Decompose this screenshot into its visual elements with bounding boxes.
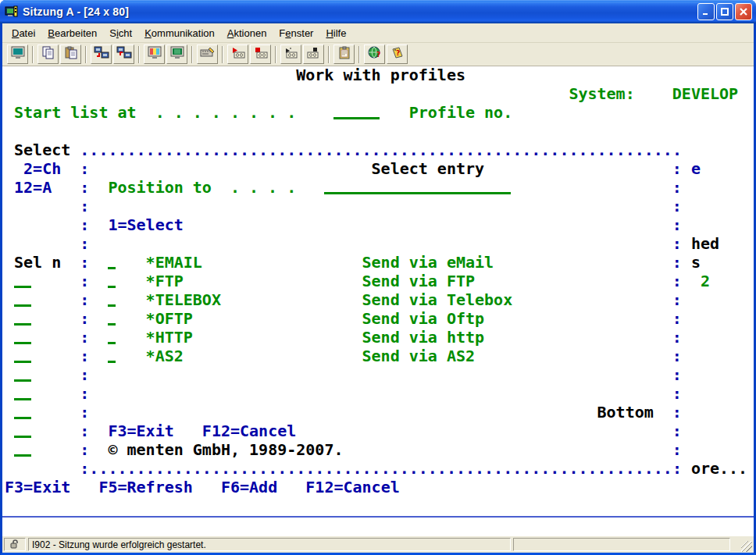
terminal-text: s bbox=[691, 254, 701, 272]
terminal-row: Work with profiles bbox=[2, 66, 754, 85]
menu-item-fenster[interactable]: Fenster bbox=[273, 25, 319, 41]
terminal-text: Send via FTP bbox=[362, 272, 476, 291]
terminal-text: Work with profiles bbox=[296, 66, 465, 85]
minimize-button[interactable] bbox=[697, 3, 715, 20]
display-setup-icon bbox=[169, 46, 185, 62]
terminal-text: Start list at bbox=[14, 104, 137, 123]
terminal-input-field[interactable] bbox=[108, 342, 116, 344]
resize-grip[interactable] bbox=[741, 541, 752, 552]
receive-file-button[interactable] bbox=[113, 44, 134, 64]
terminal-row: :*HTTPSend via http: bbox=[2, 329, 754, 347]
quit-macro-button[interactable] bbox=[303, 44, 324, 64]
send-file-button[interactable] bbox=[91, 44, 112, 64]
terminal-input-field[interactable] bbox=[108, 361, 116, 363]
terminal-input-field[interactable] bbox=[14, 379, 31, 382]
terminal-input-field[interactable] bbox=[324, 192, 511, 194]
blank-screen-button[interactable] bbox=[7, 44, 28, 64]
play-macro-button[interactable] bbox=[280, 44, 301, 64]
help-button[interactable]: ? bbox=[387, 44, 408, 64]
copy-button[interactable] bbox=[37, 44, 59, 64]
terminal-input-field[interactable] bbox=[333, 117, 379, 119]
keyboard-setup-icon bbox=[200, 46, 216, 62]
terminal-text: Select entry bbox=[372, 160, 485, 179]
terminal-text: : bbox=[80, 197, 89, 216]
terminal-input-field[interactable] bbox=[14, 417, 31, 419]
terminal-row: :*OFTPSend via Oftp: bbox=[2, 310, 754, 329]
terminal-row: :© menten GmbH, 1989-2007.: bbox=[2, 441, 754, 460]
menu-item-datei[interactable]: Datei bbox=[5, 25, 41, 41]
terminal-text: : bbox=[672, 179, 682, 197]
paste-icon bbox=[63, 46, 79, 62]
terminal-text: ore... bbox=[691, 460, 747, 479]
terminal-text: : bbox=[672, 272, 682, 291]
terminal-row: :1=Select: bbox=[2, 216, 754, 235]
terminal-input-field[interactable] bbox=[14, 454, 31, 457]
terminal-text: : bbox=[672, 347, 682, 366]
keyboard-setup-button[interactable] bbox=[197, 44, 218, 64]
terminal-input-field[interactable] bbox=[108, 286, 116, 288]
terminal-row: F3=Exit F5=Refresh F6=Add F12=Cancel bbox=[2, 479, 754, 497]
menu-item-bearbeiten[interactable]: Bearbeiten bbox=[41, 25, 103, 41]
menu-item-aktionen[interactable]: Aktionen bbox=[221, 25, 273, 41]
blank-screen-icon bbox=[10, 46, 26, 62]
menu-item-kommunikation[interactable]: Kommunikation bbox=[138, 25, 221, 41]
internet-button[interactable]: ? bbox=[364, 44, 385, 64]
maximize-button[interactable] bbox=[716, 3, 733, 20]
toolbar-separator bbox=[85, 46, 87, 63]
record-macro-button[interactable] bbox=[227, 44, 248, 64]
terminal-input-field[interactable] bbox=[14, 398, 31, 400]
terminal-row: :*FTPSend via FTP:2 bbox=[2, 272, 754, 291]
terminal-input-field[interactable] bbox=[14, 286, 31, 288]
paste-button[interactable] bbox=[60, 44, 81, 64]
svg-text:?: ? bbox=[376, 51, 380, 59]
terminal-text: : bbox=[672, 235, 682, 254]
terminal-input-field[interactable] bbox=[108, 267, 116, 269]
terminal-text: : bbox=[672, 441, 682, 460]
terminal-text: : bbox=[80, 441, 89, 460]
terminal-input-field[interactable] bbox=[14, 436, 31, 438]
stop-record-button[interactable] bbox=[250, 44, 271, 64]
svg-text:?: ? bbox=[396, 49, 400, 57]
terminal-text: F3=Exit F12=Cancel bbox=[108, 422, 296, 441]
terminal-input-field[interactable] bbox=[108, 323, 116, 326]
display-setup-button[interactable] bbox=[166, 44, 187, 64]
terminal-row: 12=A:Position to. . . .: bbox=[2, 179, 754, 197]
terminal-input-field[interactable] bbox=[14, 323, 31, 326]
clipboard-icon bbox=[337, 46, 352, 62]
terminal-input-field[interactable] bbox=[14, 304, 31, 307]
terminal-text: © menten GmbH, 1989-2007. bbox=[108, 441, 343, 460]
terminal-text: : bbox=[672, 216, 682, 235]
terminal-input-field[interactable] bbox=[14, 361, 31, 363]
terminal-text: : bbox=[80, 291, 89, 310]
terminal-text: 1=Select bbox=[108, 216, 183, 235]
terminal-text: : bbox=[80, 422, 89, 441]
display-colors-button[interactable] bbox=[144, 44, 165, 64]
terminal-text: : bbox=[672, 329, 682, 347]
clipboard-button[interactable] bbox=[333, 44, 355, 64]
terminal-input-field[interactable] bbox=[108, 304, 116, 307]
terminal-text: *HTTP bbox=[146, 329, 193, 347]
terminal-text: : bbox=[80, 254, 89, 272]
toolbar-separator bbox=[32, 46, 34, 63]
send-file-icon bbox=[94, 46, 109, 62]
terminal-input-field[interactable] bbox=[14, 342, 31, 344]
session-status-icon bbox=[4, 538, 26, 551]
terminal-row: :: bbox=[2, 385, 754, 404]
toolbar-separator bbox=[275, 46, 276, 63]
terminal-text: Send via AS2 bbox=[362, 347, 476, 366]
terminal-text: Send via eMail bbox=[362, 254, 494, 272]
title-bar[interactable]: Sitzung A - [24 x 80] bbox=[0, 0, 756, 23]
terminal-text: : bbox=[80, 385, 89, 404]
oia-row bbox=[2, 518, 754, 536]
stop-record-icon bbox=[253, 46, 269, 62]
play-macro-icon bbox=[284, 46, 299, 62]
terminal-text: n bbox=[52, 254, 61, 272]
menu-item-hilfe[interactable]: Hilfe bbox=[319, 25, 352, 41]
menu-item-sicht[interactable]: Sicht bbox=[103, 25, 138, 41]
help-icon: ? bbox=[390, 46, 405, 62]
close-button[interactable] bbox=[735, 3, 752, 20]
record-macro-icon bbox=[230, 46, 246, 62]
terminal-text: : bbox=[672, 422, 682, 441]
terminal-text: : bbox=[672, 404, 682, 422]
terminal-screen[interactable]: Work with profilesSystem:DEVELOPStart li… bbox=[2, 66, 754, 516]
